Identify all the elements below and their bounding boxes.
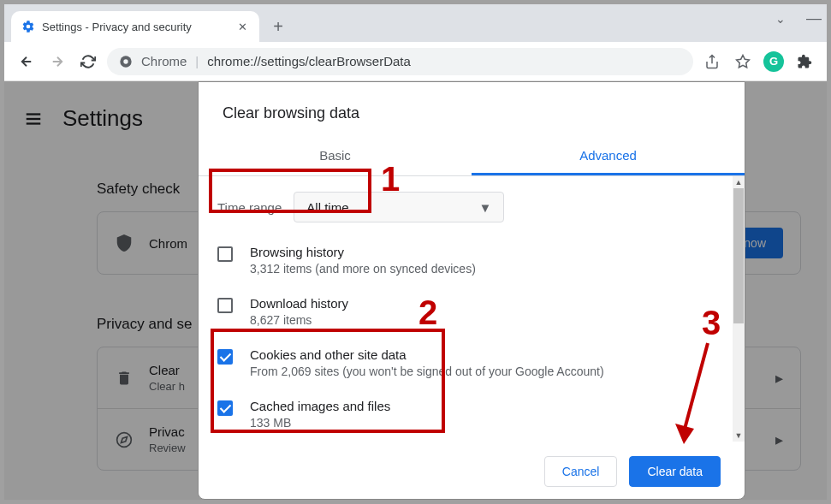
browser-tab[interactable]: Settings - Privacy and security ✕ — [11, 11, 259, 42]
option-title: Cached images and files — [250, 399, 726, 413]
option-cached[interactable]: Cached images and files 133 MB — [217, 388, 726, 440]
address-bar[interactable]: Chrome | chrome://settings/clearBrowserD… — [107, 48, 693, 75]
bookmark-icon[interactable] — [731, 50, 755, 74]
dialog-footer: Cancel Clear data — [544, 456, 721, 487]
dialog-tabs: Basic Advanced — [199, 138, 745, 176]
share-icon[interactable] — [700, 50, 724, 74]
option-download-history[interactable]: Download history 8,627 items — [217, 286, 726, 337]
window-controls: ⌄ — — [775, 9, 822, 27]
dialog-title: Clear browsing data — [199, 82, 745, 138]
tab-strip: Settings - Privacy and security ✕ + ⌄ — — [4, 4, 827, 42]
option-title: Cookies and other site data — [250, 347, 726, 362]
tab-advanced[interactable]: Advanced — [472, 138, 745, 175]
option-browsing-history[interactable]: Browsing history 3,312 items (and more o… — [217, 234, 726, 286]
dialog-body: ▲ ▼ Time range All time ▼ Browsing histo… — [199, 176, 745, 440]
svg-point-1 — [123, 59, 128, 63]
scroll-up-icon[interactable]: ▲ — [734, 178, 743, 187]
chevron-down-icon[interactable]: ⌄ — [775, 12, 786, 26]
scroll-down-icon[interactable]: ▼ — [734, 431, 743, 440]
browser-toolbar: Chrome | chrome://settings/clearBrowserD… — [4, 42, 827, 81]
scrollbar-track[interactable]: ▲ ▼ — [733, 176, 745, 442]
time-range-label: Time range — [217, 200, 282, 215]
svg-line-8 — [684, 343, 708, 432]
svg-marker-9 — [675, 424, 694, 444]
checkbox[interactable] — [217, 246, 233, 262]
time-range-row: Time range All time ▼ — [217, 188, 726, 234]
minimize-icon[interactable]: — — [806, 9, 822, 27]
option-sub: 133 MB — [250, 416, 726, 430]
omnibox-separator: | — [195, 54, 199, 68]
grammarly-extension-icon[interactable]: G — [762, 50, 786, 74]
option-sub: From 2,069 sites (you won't be signed ou… — [250, 365, 726, 378]
chevron-down-icon: ▼ — [478, 200, 491, 215]
annotation-number-3: 3 — [702, 304, 721, 342]
site-info-icon[interactable]: Chrome — [119, 54, 187, 68]
tab-title: Settings - Privacy and security — [42, 21, 229, 33]
annotation-arrow-3 — [672, 338, 723, 449]
scrollbar-thumb[interactable] — [733, 188, 744, 323]
option-cookies[interactable]: Cookies and other site data From 2,069 s… — [217, 337, 726, 388]
option-title: Download history — [250, 296, 726, 311]
checkbox-checked[interactable] — [217, 400, 233, 416]
cancel-button[interactable]: Cancel — [544, 456, 618, 487]
new-tab-button[interactable]: + — [266, 15, 290, 39]
tab-basic[interactable]: Basic — [199, 138, 472, 175]
annotation-number-2: 2 — [418, 294, 437, 332]
extensions-icon[interactable] — [792, 50, 816, 74]
clear-data-button[interactable]: Clear data — [629, 456, 721, 487]
svg-marker-2 — [737, 55, 750, 67]
checkbox[interactable] — [217, 298, 233, 313]
clear-browsing-data-dialog: Clear browsing data Basic Advanced ▲ ▼ T… — [198, 81, 745, 500]
gear-icon — [21, 20, 35, 33]
option-title: Browsing history — [250, 245, 726, 259]
option-sub: 8,627 items — [250, 313, 726, 327]
page-content: Settings Safety check Chrom k now Privac… — [4, 81, 827, 500]
time-range-value: All time — [306, 200, 348, 215]
back-button[interactable] — [15, 50, 39, 74]
option-sub: 3,312 items (and more on synced devices) — [250, 262, 726, 276]
reload-button[interactable] — [76, 50, 100, 74]
close-icon[interactable]: ✕ — [235, 20, 249, 33]
url-text: chrome://settings/clearBrowserData — [207, 54, 411, 68]
browser-window: Settings - Privacy and security ✕ + ⌄ — … — [4, 4, 827, 500]
checkbox-checked[interactable] — [217, 349, 233, 365]
annotation-number-1: 1 — [381, 160, 400, 199]
forward-button[interactable] — [45, 50, 69, 74]
